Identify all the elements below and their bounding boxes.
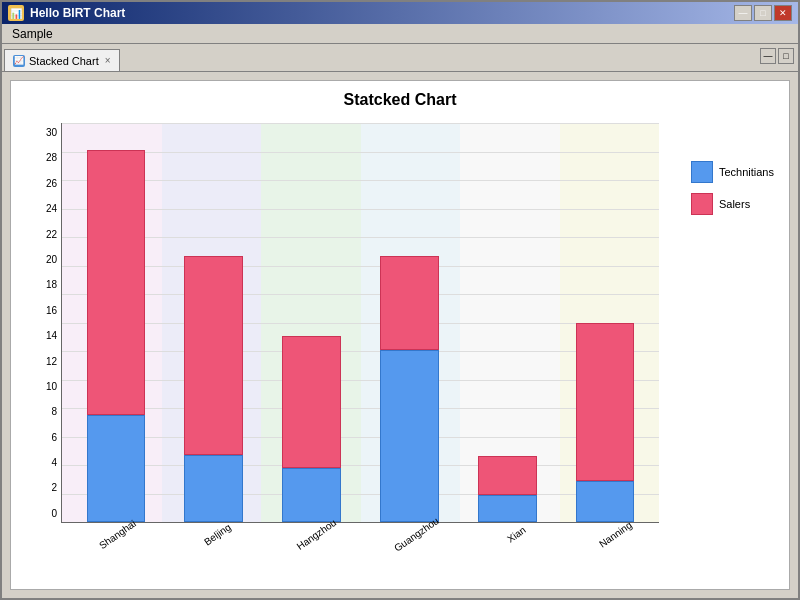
legend-box-technicians xyxy=(691,161,713,183)
tab-right-controls: — □ xyxy=(760,48,794,64)
y-label-16: 16 xyxy=(46,305,57,316)
y-axis: 30 28 26 24 22 20 18 16 14 12 10 8 6 4 2… xyxy=(29,127,61,519)
tab-ctrl-maximize[interactable]: □ xyxy=(778,48,794,64)
y-label-12: 12 xyxy=(46,356,57,367)
legend: Technitians Salers xyxy=(691,161,774,215)
window-title: Hello BIRT Chart xyxy=(30,6,125,20)
plot-area xyxy=(61,123,659,523)
bar-stack-beljing xyxy=(184,256,243,522)
legend-box-salers xyxy=(691,193,713,215)
y-label-26: 26 xyxy=(46,178,57,189)
bar-salers-xian xyxy=(478,456,537,495)
chart-container: Statcked Chart 30 28 26 24 22 20 18 16 1… xyxy=(10,80,790,590)
window-icon: 📊 xyxy=(8,5,24,21)
y-label-14: 14 xyxy=(46,330,57,341)
bar-stack-nanning xyxy=(576,323,635,523)
bar-stack-hangzhou xyxy=(282,336,341,522)
minimize-button[interactable]: — xyxy=(734,5,752,21)
y-label-2: 2 xyxy=(51,482,57,493)
x-axis: ShanghaiBeljingHangzhouGuangzhouXianNann… xyxy=(61,525,659,585)
bar-group-guangzhou xyxy=(360,123,458,522)
bar-stack-shanghai xyxy=(87,150,146,522)
tab-bar: 📈 Stacked Chart × — □ xyxy=(2,44,798,72)
tab-label: Stacked Chart xyxy=(29,55,99,67)
bar-salers-shanghai xyxy=(87,150,146,415)
legend-label-technicians: Technitians xyxy=(719,166,774,178)
bar-salers-hangzhou xyxy=(282,336,341,468)
tab-icon: 📈 xyxy=(13,55,25,67)
y-label-28: 28 xyxy=(46,152,57,163)
legend-item-technicians: Technitians xyxy=(691,161,774,183)
y-label-30: 30 xyxy=(46,127,57,138)
title-bar-left: 📊 Hello BIRT Chart xyxy=(8,5,125,21)
legend-label-salers: Salers xyxy=(719,198,750,210)
bar-group-beljing xyxy=(165,123,263,522)
chart-title: Statcked Chart xyxy=(344,91,457,109)
bar-stack-guangzhou xyxy=(380,256,439,522)
y-label-18: 18 xyxy=(46,279,57,290)
bar-salers-beljing xyxy=(184,256,243,454)
y-label-0: 0 xyxy=(51,508,57,519)
maximize-button[interactable]: □ xyxy=(754,5,772,21)
y-label-20: 20 xyxy=(46,254,57,265)
y-label-22: 22 xyxy=(46,229,57,240)
y-label-4: 4 xyxy=(51,457,57,468)
tab-close-button[interactable]: × xyxy=(105,55,111,66)
tab-stacked-chart[interactable]: 📈 Stacked Chart × xyxy=(4,49,120,71)
tab-ctrl-minimize[interactable]: — xyxy=(760,48,776,64)
y-label-8: 8 xyxy=(51,406,57,417)
title-controls[interactable]: — □ ✕ xyxy=(734,5,792,21)
bar-technicians-guangzhou xyxy=(380,350,439,522)
bar-salers-guangzhou xyxy=(380,256,439,350)
bars-container xyxy=(62,123,659,522)
y-label-10: 10 xyxy=(46,381,57,392)
main-window: 📊 Hello BIRT Chart — □ ✕ Sample 📈 Stacke… xyxy=(0,0,800,600)
bar-group-nanning xyxy=(556,123,654,522)
bar-group-shanghai xyxy=(67,123,165,522)
close-button[interactable]: ✕ xyxy=(774,5,792,21)
menu-item-sample[interactable]: Sample xyxy=(6,26,59,42)
y-label-24: 24 xyxy=(46,203,57,214)
main-content: Statcked Chart 30 28 26 24 22 20 18 16 1… xyxy=(2,72,798,598)
bar-group-xian xyxy=(458,123,556,522)
menu-bar: Sample xyxy=(2,24,798,44)
y-label-6: 6 xyxy=(51,432,57,443)
legend-item-salers: Salers xyxy=(691,193,774,215)
title-bar: 📊 Hello BIRT Chart — □ ✕ xyxy=(2,2,798,24)
bar-salers-nanning xyxy=(576,323,635,481)
bar-group-hangzhou xyxy=(263,123,361,522)
